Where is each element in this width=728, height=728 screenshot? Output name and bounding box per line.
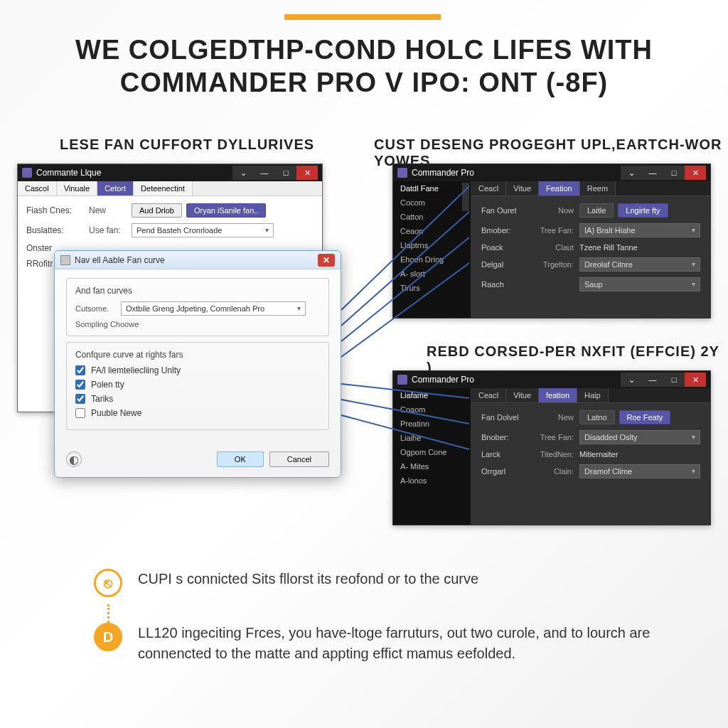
window-controls: ⌄ — □ ✕ <box>621 166 706 180</box>
form-row: Delgal Trgelton: Dreolaf Citnre <box>481 257 700 272</box>
sublabel: Clain: <box>531 467 574 476</box>
select[interactable]: IA) Bralt Hiahe <box>579 223 700 237</box>
sidebar-item[interactable]: Datdl Fane <box>393 181 471 196</box>
select[interactable]: Dramof Clime <box>579 464 700 478</box>
bullet-text: LL120 ingeciting Frces, you have-ltoge f… <box>138 623 671 664</box>
maximize-icon[interactable]: □ <box>275 166 296 180</box>
maximize-icon[interactable]: □ <box>663 373 685 387</box>
label: Bnober: <box>481 433 531 441</box>
tab-0[interactable]: Cascol <box>18 181 57 196</box>
btn-aud-drlob[interactable]: Aud Drlob <box>132 203 182 218</box>
checkbox-row: Polen tty <box>75 380 320 390</box>
app-icon <box>397 168 407 178</box>
sidebar-item[interactable]: Ehoen Dring <box>393 252 471 267</box>
btn-oryan[interactable]: Oryan iSanile fan.. <box>186 203 267 218</box>
sublabel: New <box>531 413 574 422</box>
window-right-2: Commander Pro ⌄ — □ ✕ Liafame Coaom Prea… <box>392 370 711 525</box>
chevron-down-icon[interactable]: ⌄ <box>232 166 254 180</box>
dialog-app-icon <box>60 255 70 265</box>
window-right-1: Commander Pro ⌄ — □ ✕ Datdl Fane Cocom C… <box>392 164 711 318</box>
main-panel: Ceacl Vitue feation Haip Fan Dolvel New … <box>471 388 710 525</box>
label: Raach <box>481 280 531 289</box>
titlebar[interactable]: Commander Pro ⌄ — □ ✕ <box>393 164 710 181</box>
checkbox-polentty[interactable] <box>75 380 85 390</box>
window-body: Datdl Fane Cocom Catton Ceaon Llaptrns E… <box>393 181 710 318</box>
checkbox-fail[interactable] <box>75 365 85 375</box>
select[interactable]: Saup <box>579 277 700 291</box>
btn-lngirte[interactable]: Lngirte fty <box>618 203 668 218</box>
tab-3[interactable]: Deteenectint <box>134 181 193 196</box>
tab-0[interactable]: Ceacl <box>471 388 506 402</box>
label: Larck <box>481 450 531 459</box>
maximize-icon[interactable]: □ <box>663 166 685 180</box>
sidebar-item[interactable]: Ceaon <box>393 224 471 238</box>
close-icon[interactable]: ✕ <box>685 166 706 180</box>
app-icon <box>22 168 32 178</box>
tab-3[interactable]: Haip <box>577 388 609 402</box>
select[interactable]: Disadded Oslty <box>579 430 700 444</box>
titlebar[interactable]: Commante Llque ⌄ — □ ✕ <box>18 164 322 181</box>
dialog-body: And fan curves Cutsome. Oxtbile Greng Jd… <box>55 269 341 444</box>
sidebar-item[interactable]: Coaom <box>393 402 471 417</box>
chevron-down-icon[interactable]: ⌄ <box>621 166 642 180</box>
sidebar-item[interactable]: Cocom <box>393 196 471 210</box>
dialog-title: Nav ell Aable Fan curve <box>75 255 165 265</box>
sublabel-sompling: Sompling Choowe <box>75 320 320 328</box>
form-row: Fiash Cnes: New Aud Drlob Oryan iSanile … <box>26 203 314 218</box>
chevron-down-icon[interactable]: ⌄ <box>621 373 642 387</box>
cancel-button[interactable]: Cancel <box>269 451 329 467</box>
tab-1[interactable]: Vitue <box>506 181 539 196</box>
sidebar-item[interactable]: Liaihe <box>393 431 471 445</box>
sidebar-item[interactable]: Catton <box>393 210 471 224</box>
fieldset-legend: And fan curves <box>75 286 320 296</box>
sidebar-item[interactable]: A- Mites <box>393 459 471 473</box>
sublabel-usefan: Use fan: <box>89 225 132 235</box>
minimize-icon[interactable]: — <box>254 166 275 180</box>
dialog-titlebar[interactable]: Nav ell Aable Fan curve ✕ <box>55 251 341 269</box>
btn-laitle[interactable]: Laitle <box>579 203 614 218</box>
sublabel-new: New <box>89 205 132 215</box>
btn-roe-featy[interactable]: Roe Featy <box>619 410 671 424</box>
checkbox-row: Tariks <box>75 394 320 404</box>
tab-0[interactable]: Ceacl <box>471 181 506 196</box>
minimize-icon[interactable]: — <box>642 373 663 387</box>
tab-2[interactable]: Cetort <box>97 181 134 196</box>
label-flash: Fiash Cnes: <box>26 205 83 215</box>
select-pend-basteh[interactable]: Pend Basteh Cronrloade <box>132 223 274 237</box>
minimize-icon[interactable]: — <box>642 166 663 180</box>
titlebar[interactable]: Commander Pro ⌄ — □ ✕ <box>393 371 710 388</box>
sidebar-item[interactable]: Tirurs <box>393 281 471 295</box>
label: Poack <box>481 243 531 252</box>
close-icon[interactable]: ✕ <box>318 254 335 267</box>
readonly-value: Mitiernaiter <box>579 450 618 459</box>
window-controls: ⌄ — □ ✕ <box>232 166 318 180</box>
tab-3[interactable]: Reem <box>580 181 616 196</box>
form-row: Larck TitedNen: Mitiernaiter <box>481 450 700 459</box>
sidebar-item[interactable]: Preatinn <box>393 417 471 431</box>
form-row: Raach Saup <box>481 277 700 291</box>
tab-1[interactable]: Vitue <box>506 388 539 402</box>
window-title: Commander Pro <box>412 375 474 385</box>
close-icon[interactable]: ✕ <box>685 373 706 387</box>
checkbox-puuble[interactable] <box>75 408 85 418</box>
sidebar-item[interactable]: Liafame <box>393 388 471 402</box>
accent-bar <box>284 14 441 20</box>
tab-row: Ceacl Vitue Feation Reem <box>471 181 710 196</box>
sidebar-item[interactable]: A-lonos <box>393 473 471 488</box>
sidebar-item[interactable]: A- slort <box>393 267 471 281</box>
select[interactable]: Dreolaf Citnre <box>579 257 700 272</box>
headline-line-1: WE COLGEDTHP-COND HOLC LIFES WITH <box>75 35 653 65</box>
tab-1[interactable]: Vinuale <box>57 181 98 196</box>
scrollbar[interactable] <box>462 183 469 211</box>
close-icon[interactable]: ✕ <box>296 166 318 180</box>
sidebar-item[interactable]: Ogpom Cone <box>393 445 471 459</box>
tab-2[interactable]: Feation <box>539 181 580 196</box>
select-oxtbile[interactable]: Oxtbile Greng Jdpeting, Comnlenah Pro <box>121 301 306 316</box>
checkbox-tariks[interactable] <box>75 394 85 404</box>
sidebar-item[interactable]: Llaptrns <box>393 238 471 252</box>
btn-latno[interactable]: Latno <box>579 410 615 424</box>
tab-2[interactable]: feation <box>539 388 577 402</box>
window-title: Commante Llque <box>36 168 101 178</box>
help-icon[interactable]: ◐ <box>66 451 82 467</box>
ok-button[interactable]: OK <box>217 451 264 467</box>
